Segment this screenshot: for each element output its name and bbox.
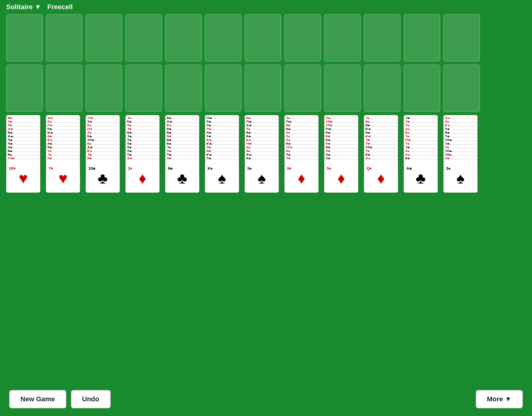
empty-slot-8[interactable]	[284, 14, 321, 61]
empty-slot-22[interactable]	[364, 65, 401, 112]
new-game-button[interactable]: New Game	[9, 390, 66, 408]
empty-slots-row-1	[5, 14, 527, 61]
card-column-11: J♣2♥7♦A♦6♦J♦Q♥7♦J♣4♦A♦8♣A♣♣	[404, 115, 440, 193]
empty-slot-7[interactable]	[245, 14, 281, 61]
card-column-4: J♦5♣3♥J♥8♣J♣7♣3♣3♣2♣7♣A♥2♦♦	[125, 115, 162, 193]
card[interactable]: Q♦♦	[364, 159, 398, 193]
card-column-10: J♦8♦9♣K♣9♣K♥J♥7♥10♣7♦6♣A♦Q♦♦	[364, 115, 401, 193]
empty-slot-14[interactable]	[46, 65, 83, 112]
empty-slot-2[interactable]	[46, 14, 83, 61]
empty-slot-21[interactable]	[324, 65, 361, 112]
card-column-6: Q♣3♣2♣Q♦4♣2♣K♥K♣3♥9♥K♣7♣K♠♠	[205, 115, 242, 193]
card-column-7: 6♥Q♣A♣3♦9♣8♣K♦Q♥4♦6♦A♣6♣5♠♠	[245, 115, 281, 193]
card[interactable]: 6♣♣	[165, 159, 199, 193]
card[interactable]: 5♦♦	[324, 159, 358, 193]
empty-slot-16[interactable]	[125, 65, 162, 112]
card[interactable]: 3♠♠	[443, 159, 478, 193]
solitaire-menu[interactable]: Solitaire ▼	[6, 3, 41, 11]
empty-slot-12[interactable]	[443, 14, 480, 61]
empty-slot-4[interactable]	[125, 14, 162, 61]
card-column-3: 10♦2♣5♦Q♦4♦5♣10♣9♦A♣K♦J♥8♥10♣♣	[86, 115, 122, 193]
empty-slot-18[interactable]	[205, 65, 242, 112]
card[interactable]: 2♦♦	[125, 159, 160, 193]
freecell-title: Freecell	[47, 3, 73, 11]
empty-slot-6[interactable]	[205, 14, 242, 61]
empty-slot-10[interactable]	[364, 14, 401, 61]
empty-slot-15[interactable]	[86, 65, 122, 112]
empty-slot-3[interactable]	[86, 14, 122, 61]
empty-slot-19[interactable]	[245, 65, 281, 112]
empty-slot-24[interactable]	[443, 65, 480, 112]
empty-slot-11[interactable]	[404, 14, 440, 61]
card-column-1: 9♥2♥2♥A♥9♣A♣2♣3♣4♣9♣9♠10♥10♥♥	[6, 115, 43, 193]
card-column-9: Q♦10♥10♥Q♣6♣6♥5♣5♥8♣4♥4♣3♣5♦♦	[324, 115, 361, 193]
card[interactable]: 9♦♦	[284, 159, 319, 193]
card[interactable]: 7♥♥	[46, 159, 80, 193]
card-column-5: 8♣A♣K♦8♣8♣5♥9♣8♣J♠3♥7♣3♥6♣♣	[165, 115, 202, 193]
empty-slot-20[interactable]	[284, 65, 321, 112]
empty-slot-1[interactable]	[6, 14, 43, 61]
card[interactable]: A♣♣	[404, 159, 438, 193]
bottom-bar: New Game Undo More ▼	[0, 390, 532, 408]
empty-slot-5[interactable]	[165, 14, 202, 61]
card-column-12: A♦4♦K♦2♣9♣7♣10♣J♣2♦10♣10♠4♥3♠♠	[443, 115, 480, 193]
card[interactable]: 10♥♥	[6, 159, 40, 193]
card[interactable]: 5♠♠	[245, 159, 279, 193]
empty-slots-row-2	[5, 65, 527, 112]
card[interactable]: K♠♠	[205, 159, 239, 193]
card-columns: 9♥2♥2♥A♥9♣A♣2♣3♣4♣9♣9♠10♥10♥♥A♥5♦Q♦5♣K♣8…	[5, 115, 527, 193]
card-column-8: 3♦Q♣8♥6♣4♦3♦4♦6♣10♦6♦7♣7♥9♦♦	[284, 115, 321, 193]
card[interactable]: 10♣♣	[86, 159, 120, 193]
empty-slot-17[interactable]	[165, 65, 202, 112]
empty-slot-13[interactable]	[6, 65, 43, 112]
more-button[interactable]: More ▼	[476, 390, 523, 408]
card-column-2: A♥5♦Q♦5♣K♣8♥K♦4♣5♣2♦J♦5♥7♥♥	[46, 115, 83, 193]
empty-slot-23[interactable]	[404, 65, 440, 112]
undo-button[interactable]: Undo	[71, 390, 111, 408]
empty-slot-9[interactable]	[324, 14, 361, 61]
